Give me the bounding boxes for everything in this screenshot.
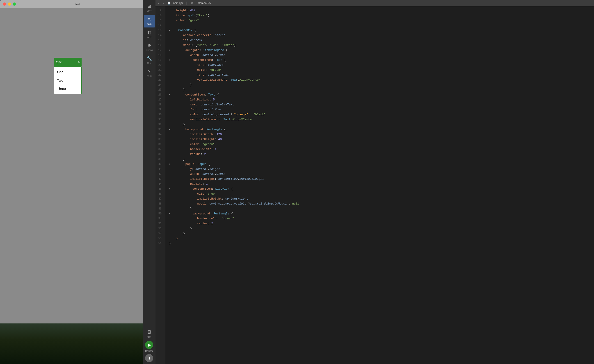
code-line-28: text: control.displayText bbox=[169, 102, 594, 107]
code-line-48: model: control.popup.visible ?control.de… bbox=[169, 201, 594, 206]
line-numbers: 9 10 11 12 13 14 15 16 17 18 19 20 21 22… bbox=[155, 6, 165, 364]
code-line-50: ▶ background: Rectangle { bbox=[169, 211, 594, 216]
code-content-area[interactable]: height: 480 title: qsTr("test") color: "… bbox=[165, 6, 594, 364]
ln-31: 31 bbox=[155, 117, 163, 122]
code-line-49: } bbox=[169, 206, 594, 211]
code-line-21: color: "green" bbox=[169, 68, 594, 73]
ln-13: 13 bbox=[155, 28, 163, 33]
nav-back-button[interactable]: ‹ bbox=[157, 1, 160, 5]
ln-22: 22 bbox=[155, 73, 163, 78]
sidebar-item-project[interactable]: 🔧 项目 bbox=[144, 54, 155, 67]
code-line-25: } bbox=[169, 87, 594, 92]
code-line-44: padding: 1 bbox=[169, 182, 594, 186]
ln-42: 42 bbox=[155, 172, 163, 177]
code-line-29: font: control.font bbox=[169, 107, 594, 112]
ln-30: 30 bbox=[155, 112, 163, 117]
ln-41: 41 bbox=[155, 167, 163, 172]
ln-54: 54 bbox=[155, 231, 163, 236]
bottom-landscape bbox=[0, 324, 155, 364]
sidebar-label-debug: Debug bbox=[146, 49, 153, 51]
edit-icon: ✎ bbox=[148, 17, 151, 22]
window-title: test bbox=[75, 2, 80, 6]
traffic-lights bbox=[3, 2, 16, 6]
maximize-button[interactable] bbox=[13, 2, 16, 6]
sidebar-item-edit[interactable]: ✎ 编辑 bbox=[144, 15, 155, 27]
ln-50: 50 bbox=[155, 211, 163, 216]
code-line-19: ▶ contentItem: Text { bbox=[169, 58, 594, 63]
ln-33: 33 bbox=[155, 127, 163, 132]
monitor-icon: 🖥 bbox=[147, 330, 151, 335]
ln-47: 47 bbox=[155, 196, 163, 201]
design-icon: ◧ bbox=[147, 30, 151, 35]
combobox-selected-value: One bbox=[56, 60, 62, 64]
ln-21: 21 bbox=[155, 68, 163, 73]
ln-12: 12 bbox=[155, 23, 163, 28]
code-line-51: border.color: "green" bbox=[169, 216, 594, 221]
step-button[interactable]: ⬇ bbox=[145, 354, 153, 362]
debug-icon: ⚙ bbox=[148, 43, 151, 48]
close-button[interactable] bbox=[3, 2, 6, 6]
file-icon: 📄 bbox=[168, 2, 171, 5]
ln-18: 18 bbox=[155, 53, 163, 58]
code-line-45: ▶ contentItem: ListView { bbox=[169, 186, 594, 192]
sidebar-item-design[interactable]: ◧ 设计 bbox=[144, 28, 155, 40]
code-line-20: text: modelData bbox=[169, 63, 594, 68]
nav-forward-button[interactable]: › bbox=[162, 1, 165, 5]
code-line-15: id: control bbox=[169, 38, 594, 43]
run-button[interactable]: ▶ bbox=[145, 341, 153, 349]
file-name: main.qml bbox=[172, 2, 183, 5]
ln-16: 16 bbox=[155, 43, 163, 48]
combobox-header[interactable]: One ⇅ bbox=[54, 58, 81, 67]
creator-titlebar: ‹ › 📄 main.qml | ✕ ComboBox bbox=[155, 0, 594, 6]
ln-32: 32 bbox=[155, 122, 163, 127]
combobox-item-one[interactable]: One bbox=[54, 68, 81, 76]
ln-53: 53 bbox=[155, 226, 163, 231]
minimize-button[interactable] bbox=[8, 2, 11, 6]
code-line-33: ▶ background: Rectangle { bbox=[169, 127, 594, 132]
project-icon: 🔧 bbox=[147, 56, 152, 61]
ln-27: 27 bbox=[155, 97, 163, 102]
run-icon: ▶ bbox=[148, 343, 151, 347]
ln-15: 15 bbox=[155, 38, 163, 43]
ln-14: 14 bbox=[155, 33, 163, 38]
code-line-27: leftPadding: 5 bbox=[169, 97, 594, 102]
ln-56: 56 bbox=[155, 241, 163, 246]
code-line-9: height: 480 bbox=[169, 8, 594, 13]
combobox-item-three[interactable]: Three bbox=[54, 85, 81, 93]
combobox-item-two[interactable]: Two bbox=[54, 76, 81, 85]
code-line-26: ▶ contentItem: Text { bbox=[169, 92, 594, 97]
ln-37: 37 bbox=[155, 147, 163, 152]
sidebar-label-project: 项目 bbox=[147, 62, 152, 65]
welcome-icon: ⊞ bbox=[148, 4, 151, 9]
release-label: Release bbox=[145, 350, 154, 352]
component-label: ComboBox bbox=[198, 2, 211, 5]
code-line-37: border.width: 1 bbox=[169, 147, 594, 152]
combobox-container: One ⇅ One Two Three bbox=[54, 58, 81, 94]
device-item[interactable]: 🖥 test bbox=[145, 329, 153, 339]
close-tab-button[interactable]: ✕ bbox=[190, 1, 194, 5]
code-line-23: verticalAlignment: Text.AlignVCenter bbox=[169, 78, 594, 82]
code-line-43: implicitHeight: contentItem.implicitHeig… bbox=[169, 177, 594, 182]
preview-area: test One ⇅ One Two Three ⊞ bbox=[0, 0, 155, 364]
code-line-38: radius: 2 bbox=[169, 152, 594, 157]
code-line-39: } bbox=[169, 157, 594, 162]
code-line-13: ▶ ComboBox { bbox=[169, 28, 594, 33]
ln-43: 43 bbox=[155, 177, 163, 182]
code-line-52: radius: 2 bbox=[169, 221, 594, 226]
qt-creator-editor: ‹ › 📄 main.qml | ✕ ComboBox 9 10 11 12 1… bbox=[155, 0, 594, 364]
code-line-46: clip: true bbox=[169, 192, 594, 196]
code-line-42: width: control.width bbox=[169, 172, 594, 177]
sidebar-item-welcome[interactable]: ⊞ 欢迎 bbox=[144, 2, 155, 14]
sidebar-item-help[interactable]: ? 帮助 bbox=[144, 67, 155, 80]
ln-10: 10 bbox=[155, 13, 163, 18]
ln-52: 52 bbox=[155, 221, 163, 226]
ln-34: 34 bbox=[155, 132, 163, 137]
code-line-14: anchors.centerIn: parent bbox=[169, 33, 594, 38]
step-icon: ⬇ bbox=[148, 356, 151, 360]
combobox-arrow-icon: ⇅ bbox=[78, 61, 80, 64]
separator: | bbox=[186, 1, 187, 5]
ln-28: 28 bbox=[155, 102, 163, 107]
sidebar-item-debug[interactable]: ⚙ Debug bbox=[144, 41, 155, 54]
code-line-34: implicitWidth: 120 bbox=[169, 132, 594, 137]
ln-20: 20 bbox=[155, 63, 163, 68]
